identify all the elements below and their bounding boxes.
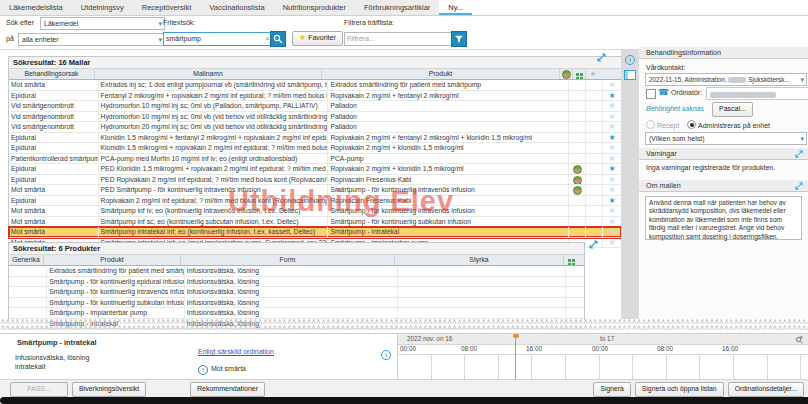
col-generika[interactable]: Generika	[9, 255, 44, 265]
chevron-down-icon: ▾	[158, 34, 162, 45]
favorite-star-icon[interactable]: ★	[608, 80, 615, 89]
phone-icon[interactable]: ☎	[658, 87, 669, 97]
produkt-row[interactable]: Smärtpump - för kontinuerlig epidural in…	[9, 277, 584, 288]
col-favorite[interactable]: ★	[586, 69, 600, 79]
rekommendationer-button[interactable]: Rekommendationer	[190, 382, 265, 397]
mall-row[interactable]: Vid smärtgenombrott Hydromorfon 10 mg/ml…	[9, 101, 621, 112]
biverkningsoversikt-button[interactable]: Biverkningsöversikt	[72, 382, 146, 397]
favorite-star-icon[interactable]: ★	[608, 91, 615, 100]
mall-row[interactable]: Epidural Fentanyl 2 mikrog/ml + ropivaka…	[9, 91, 621, 102]
tab-lakemedelslista[interactable]: Läkemedelslista	[0, 0, 72, 15]
col-produkt[interactable]: Produkt	[322, 69, 560, 79]
info-icon[interactable]: i	[625, 55, 635, 65]
col-produkt[interactable]: Produkt	[44, 255, 181, 265]
time-tick: 00:00	[400, 345, 416, 352]
tab-nutritionsprodukter[interactable]: Nutritionsprodukter	[274, 0, 355, 15]
favoriter-button[interactable]: ★Favoriter	[292, 31, 343, 46]
mall-row[interactable]: Epidural PED Klonidin 1,5 mikrog/ml + ro…	[9, 164, 621, 175]
mallar-results-table: Sökresultat: 16 Mallar Behandlingsorsak …	[8, 56, 622, 232]
expand-table-icon[interactable]	[589, 240, 598, 249]
om-mallen-text: Använd denna mall när patienten har beho…	[645, 196, 802, 240]
filter-button[interactable]	[451, 31, 467, 47]
mall-row[interactable]: Mot smärta PED Smärtpump - för kontinuer…	[9, 185, 621, 196]
expand-section-icon[interactable]	[795, 182, 803, 190]
star-icon: ★	[299, 33, 306, 42]
produkt-row[interactable]: Smärtpump - för kontinuerlig intravenös …	[9, 287, 584, 298]
mall-row[interactable]: Mot smärta Smärtpump inf iv; eo (kontinu…	[9, 206, 621, 217]
produkt-row[interactable]: Smärtpump - för kontinuerlig subkutan in…	[9, 298, 584, 309]
ordinator-checkbox[interactable]	[646, 89, 656, 99]
search-input[interactable]: smärtpump ×	[163, 32, 273, 46]
search-button[interactable]	[270, 31, 286, 47]
info-icon[interactable]: i	[381, 350, 391, 360]
tab-receptoversikt[interactable]: Receptöversikt	[133, 0, 201, 15]
favorite-star-icon[interactable]: ★	[608, 122, 615, 131]
favorite-star-icon[interactable]: ★	[608, 143, 615, 152]
mall-row[interactable]: Vid smärtgenombrott Hydromorfon 10 mg/ml…	[9, 112, 621, 123]
vardkontakt-select[interactable]: 2022-11-15, Administration, Sjukskötersk…	[645, 73, 807, 86]
tab-vaccinationslista[interactable]: Vaccinationslista	[200, 0, 273, 15]
col-package-icon[interactable]	[573, 69, 586, 79]
timeline-grid[interactable]	[398, 354, 808, 380]
filter-input[interactable]: Filtrera...	[344, 32, 452, 46]
tab-forbrukningsartiklar[interactable]: Förbrukningsartiklar	[355, 0, 439, 15]
ordinator-select[interactable]: ▾	[706, 87, 808, 100]
current-time-marker	[515, 337, 516, 379]
col-form[interactable]: Form	[181, 255, 395, 265]
col-styrka[interactable]: Styrka	[395, 255, 564, 265]
favorite-star-icon[interactable]: ★	[608, 175, 615, 184]
sok-efter-select[interactable]: Läkemedel▾	[40, 17, 165, 30]
taskbar	[0, 397, 808, 404]
expand-section-icon[interactable]	[795, 150, 803, 158]
tab-utdelningsvy[interactable]: Utdelningsvy	[72, 0, 133, 15]
mall-row[interactable]: Epidural Klonidin 1,5 mikrog/ml + ropiva…	[9, 143, 621, 154]
col-behandlingsorsak[interactable]: Behandlingsorsak	[9, 69, 95, 79]
mall-row[interactable]: Vid smärtgenombrott Hydromorfon 20 mg/ml…	[9, 122, 621, 133]
favorite-star-icon[interactable]: ★	[608, 238, 615, 247]
varningar-text: Inga varningar registrerade för produkte…	[646, 164, 775, 171]
favorite-star-icon[interactable]: ★	[608, 227, 615, 236]
mall-row[interactable]: Epidural Ropivakain 2 mg/ml inf epidural…	[9, 196, 621, 207]
col-ped-icon[interactable]	[560, 69, 573, 79]
zoom-timeline-icon[interactable]	[795, 335, 804, 344]
pa-label: på	[6, 35, 14, 42]
favorite-star-icon[interactable]: ★	[608, 101, 615, 110]
toggle-side-panel-icon[interactable]	[624, 70, 636, 80]
pascal-button[interactable]: Pascal...	[712, 102, 753, 117]
mall-row[interactable]: Epidural Klonidin 1,5 mikrog/ml + fentan…	[9, 133, 621, 144]
star-icon: ★	[590, 70, 596, 77]
recept-radio[interactable]: Recept	[646, 120, 679, 129]
tab-ny[interactable]: Ny...	[439, 0, 472, 15]
favorite-star-icon[interactable]: ★	[608, 217, 615, 226]
produkt-row[interactable]: Extrados smärtlindring för patient med s…	[9, 266, 584, 277]
favorite-star-icon[interactable]: ★	[608, 133, 615, 142]
favorite-star-icon[interactable]: ★	[608, 196, 615, 205]
favorite-star-icon[interactable]: ★	[608, 185, 615, 194]
favorite-star-icon[interactable]: ★	[608, 112, 615, 121]
enhet-select[interactable]: alla enheter▾	[18, 33, 165, 46]
filter-placeholder: Filtrera...	[347, 35, 375, 42]
expand-table-icon[interactable]	[597, 53, 606, 62]
ordinationsdetaljer-button[interactable]: Ordinationsdetaljer...	[728, 382, 804, 397]
time-tick: 00:00	[592, 345, 608, 352]
enhet-value: alla enheter	[22, 36, 59, 43]
mall-row[interactable]: Mot smärta Smärtpump inf sc; eo (kontinu…	[9, 217, 621, 228]
enhet-filter-select[interactable]: (Vilken som helst) ▾	[645, 132, 807, 145]
mall-row[interactable]: Mot smärta Smärtpump intratekal inf; eo …	[9, 227, 621, 238]
enligt-sarskild-ordination-link[interactable]: Enligt särskild ordination	[198, 348, 274, 355]
signera-och-oppna-listan-button[interactable]: Signera och öppna listan	[635, 382, 724, 397]
signera-button[interactable]: Signera	[593, 382, 630, 397]
mall-row[interactable]: Mot smärta Extrados inj sc; 1 dos enligt…	[9, 80, 621, 91]
favorite-star-icon[interactable]: ★	[608, 206, 615, 215]
radio-selected-icon	[687, 120, 696, 129]
administreras-radio[interactable]: Administreras på enhet	[687, 120, 770, 129]
favorite-star-icon[interactable]: ★	[608, 154, 615, 163]
mall-row[interactable]: Epidural PED Ropivakain 2 mg/ml inf epid…	[9, 175, 621, 186]
mall-row[interactable]: Patientkontrollerad smärtpump PCA-pump m…	[9, 154, 621, 165]
favorite-star-icon[interactable]: ★	[608, 164, 615, 173]
mallar-table-header: Behandlingsorsak Mallnamn Produkt ★	[9, 69, 621, 80]
col-package-icon[interactable]	[564, 255, 578, 265]
produkt-row[interactable]: Smärtpump - implanterbar pump Infusionsv…	[9, 308, 584, 319]
col-mallnamn[interactable]: Mallnamn	[95, 69, 322, 79]
radio-icon	[646, 120, 655, 129]
